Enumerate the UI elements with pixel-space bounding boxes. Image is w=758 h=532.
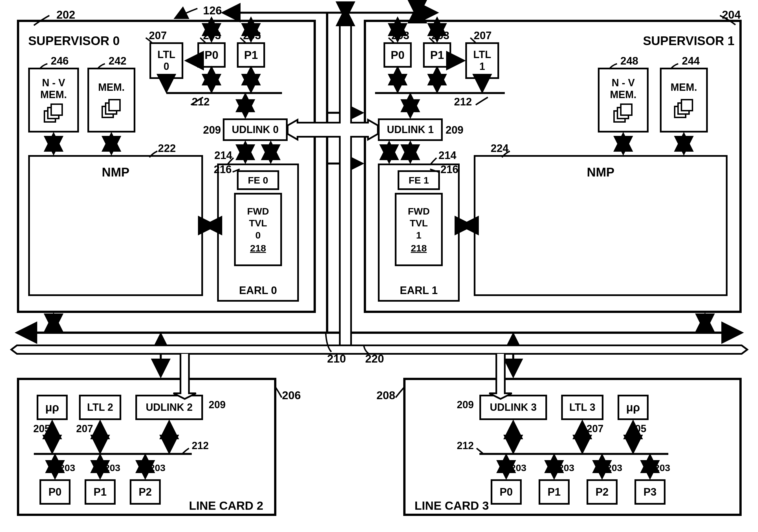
ltl-1-ref: 207	[474, 30, 492, 42]
sup0-p1: P1	[237, 42, 265, 68]
lc3-p2: P2	[587, 479, 618, 505]
fwd-0: FWD TVL 0 218	[234, 193, 282, 266]
lc3-ltl-label: LTL 3	[569, 401, 596, 413]
lc3-p3: P3	[635, 479, 666, 505]
fe-0-ref: 216	[214, 163, 231, 176]
lc2-p1: P1	[85, 479, 116, 505]
fe-1-ref: 216	[440, 163, 458, 176]
udlink-1-ref: 209	[446, 124, 463, 136]
ltl-0: LTL 0	[150, 42, 183, 79]
udlink-0-label: UDLINK 0	[232, 124, 279, 136]
doc-icon	[44, 104, 63, 123]
sup1-p0: P0	[384, 42, 412, 68]
doc-icon	[613, 104, 633, 123]
lc3-udlink-ref: 209	[457, 399, 474, 411]
earl-0-ref: 214	[214, 150, 232, 161]
lc3-p-ref-a: 203	[510, 462, 527, 473]
ltl-0-ref: 207	[149, 30, 167, 42]
lc2-p2-label: P2	[139, 486, 152, 498]
fwd-1: FWD TVL 1 218	[395, 193, 443, 266]
sup0-p-ref-b: 203	[243, 30, 261, 42]
sup1-p0-label: P0	[391, 49, 405, 61]
fwd-1-ref: 218	[411, 243, 427, 254]
lc2-ref: 206	[282, 389, 301, 402]
lc2-up-ref: 205	[33, 423, 50, 435]
ltl-0-label: LTL 0	[157, 49, 175, 73]
fe-1: FE 1	[397, 170, 440, 190]
sup0-p1-label: P1	[244, 49, 258, 61]
udlink-1: UDLINK 1	[378, 118, 443, 141]
ref-126: 126	[203, 4, 222, 17]
lc2-udlink-label: UDLINK 2	[146, 401, 192, 413]
hollow-bus-ref: 220	[365, 352, 384, 365]
sup0-bus-ref: 212	[192, 96, 210, 108]
lc3-ltl: LTL 3	[561, 395, 603, 420]
sup1-bus-ref: 212	[454, 96, 472, 108]
lc3-p1: P1	[538, 479, 569, 505]
earl-1: FE 1 FWD TVL 1 218 EARL 1	[378, 163, 460, 302]
sup0-p0: P0	[197, 42, 225, 68]
fwd-1-label: FWD TVL 1	[408, 205, 430, 241]
supervisor-0-title: SUPERVISOR 0	[28, 34, 120, 48]
fe-0: FE 0	[237, 170, 279, 190]
earl-1-label: EARL 1	[380, 284, 458, 297]
mem-0-ref: 242	[109, 55, 126, 67]
lc3-p-ref-c: 203	[606, 462, 622, 473]
lc3-p1-label: P1	[548, 486, 561, 498]
ltl-1: LTL 1	[465, 42, 499, 79]
nvmem-0-ref: 246	[51, 55, 69, 67]
lc2-p2: P2	[130, 479, 161, 505]
lc3-up-ref: 205	[629, 423, 646, 435]
lc3-ltl-ref: 207	[587, 423, 603, 435]
nvmem-1: N - V MEM.	[598, 68, 649, 133]
doc-icon	[102, 99, 121, 119]
lc2-p-ref-b: 203	[104, 462, 121, 473]
supervisor-0-ref: 202	[56, 9, 75, 21]
nmp-0-ref: 222	[158, 142, 176, 154]
solid-bus-ref: 210	[327, 352, 346, 365]
sup1-p1: P1	[423, 42, 451, 68]
lc3-bus-ref: 212	[457, 440, 474, 452]
lc3-ref: 208	[376, 389, 396, 402]
lc3-up: μρ	[618, 395, 649, 420]
lc3-p-ref-b: 203	[558, 462, 574, 473]
nmp-1-label: NMP	[587, 165, 614, 179]
mem-1-label: MEM.	[671, 82, 697, 93]
lc3-p2-label: P2	[596, 486, 608, 498]
lc3-p3-label: P3	[643, 486, 656, 498]
lc3-p0: P0	[491, 479, 522, 505]
nvmem-0-label: N - V MEM.	[40, 77, 67, 101]
lc2-p1-label: P1	[94, 486, 107, 498]
nmp-1-ref: 224	[491, 142, 508, 154]
earl-0-label: EARL 0	[219, 284, 297, 297]
supervisor-1-ref: 204	[722, 9, 741, 21]
mem-1: MEM.	[660, 68, 708, 133]
nmp-0: NMP	[28, 155, 203, 296]
lc2-up: μρ	[37, 395, 68, 420]
lc3-p-ref-d: 203	[654, 462, 670, 473]
sup0-p0-label: P0	[205, 49, 219, 61]
lc2-p-ref-c: 203	[150, 462, 165, 473]
lc2-p0-label: P0	[49, 486, 61, 498]
lc3-udlink: UDLINK 3	[479, 395, 547, 420]
mem-0-label: MEM.	[98, 82, 125, 93]
lc2-ltl: LTL 2	[79, 395, 121, 420]
fe-0-label: FE 0	[248, 175, 268, 186]
lc2-udlink: UDLINK 2	[135, 395, 203, 420]
lc2-bus-ref: 212	[192, 440, 209, 452]
supervisor-1-title: SUPERVISOR 1	[643, 34, 734, 48]
nvmem-1-label: N - V MEM.	[610, 77, 637, 101]
earl-1-ref: 214	[438, 150, 456, 161]
lc2-up-label: μρ	[45, 401, 59, 414]
nvmem-0: N - V MEM.	[28, 68, 79, 133]
sup1-p-ref-a: 203	[392, 30, 409, 42]
sup1-p1-label: P1	[430, 49, 444, 61]
udlink-0: UDLINK 0	[223, 118, 288, 141]
lc3-udlink-label: UDLINK 3	[490, 401, 536, 413]
lc3-p0-label: P0	[500, 486, 513, 498]
lc3-up-label: μρ	[626, 401, 640, 414]
nmp-1: NMP	[474, 155, 728, 296]
lc2-p0: P0	[40, 479, 71, 505]
ltl-1-label: LTL 1	[473, 49, 491, 73]
lc2-udlink-ref: 209	[209, 399, 225, 411]
